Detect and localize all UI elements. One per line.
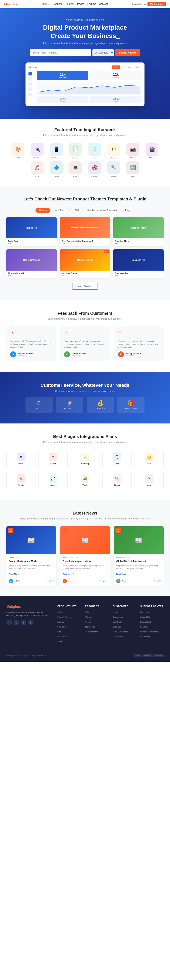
plugin-booking[interactable]: ★ Booking bbox=[71, 450, 100, 468]
feat-item-wordpress[interactable]: 🔌 WordPress bbox=[29, 143, 46, 159]
feat-icon-html: 💻 bbox=[69, 161, 82, 174]
footer-cust-forum[interactable]: Forum Help bbox=[113, 636, 123, 638]
news-section: Latest News simply dummy text of the pri… bbox=[0, 500, 170, 596]
feat-item-icons[interactable]: ✨ Icons bbox=[86, 143, 103, 159]
news-read-more-1[interactable]: Read More + bbox=[9, 573, 20, 575]
plugin-track[interactable]: 🚚 Track bbox=[71, 471, 100, 489]
footer-res-testimonials[interactable]: Testimonials bbox=[85, 626, 96, 628]
feat-item-logos[interactable]: 🏷 Logos bbox=[105, 143, 122, 159]
feat-item-audio[interactable]: 🎵 Audio bbox=[29, 161, 46, 177]
plugin-slack[interactable]: # Slack bbox=[6, 450, 36, 468]
nav-forums[interactable]: Forums bbox=[87, 3, 96, 6]
footer-sup-system[interactable]: System Performance bbox=[140, 631, 158, 633]
footer-cust-api[interactable]: API & Developers bbox=[113, 631, 128, 633]
payment-master: MASTER bbox=[153, 654, 164, 657]
feat-item-vectors[interactable]: 🔷 Vectors bbox=[48, 161, 65, 177]
footer-link-pricing[interactable]: Pricing bbox=[57, 611, 63, 613]
theme-card-6[interactable]: Business Pro Business Pro$55 bbox=[113, 249, 164, 278]
footer-res-affiliates[interactable]: Affiliates bbox=[85, 616, 92, 618]
footer-cust-pricing[interactable]: Pricing bbox=[113, 611, 118, 613]
dash-tab-stats[interactable]: Stats bbox=[134, 65, 142, 69]
account-button[interactable]: My Account bbox=[148, 2, 166, 6]
filter-all[interactable]: All Items bbox=[36, 208, 50, 213]
footer-link-license[interactable]: License bbox=[57, 621, 64, 623]
footer-sup-forum[interactable]: Forum Help bbox=[140, 636, 150, 638]
nav-home[interactable]: Home bbox=[42, 3, 49, 6]
news-subtitle: simply dummy text of the printing and ty… bbox=[6, 517, 164, 520]
footer-res-blog[interactable]: Blog bbox=[85, 611, 89, 613]
theme-card-2[interactable]: Best DocumentationFramework Best Documen… bbox=[60, 217, 110, 246]
plugin-admin[interactable]: A Admin bbox=[6, 471, 36, 489]
plugin-xapp[interactable]: ✕ xapp bbox=[134, 471, 164, 489]
cta-item-3: 💰 Best Price bbox=[87, 397, 114, 413]
news-author-avatar-3: A bbox=[116, 579, 121, 583]
cta-grid: 🛡 Security ⚡ Fast Support 💰 Best Price 🎁… bbox=[25, 397, 145, 413]
footer-logo: Makplus. bbox=[6, 605, 53, 609]
footer-res-docs[interactable]: Documentation bbox=[85, 631, 98, 633]
feat-item-3d[interactable]: 🎯 3D Assets bbox=[86, 161, 103, 177]
theme-card-1[interactable]: Build Free Build Free$29 bbox=[6, 217, 57, 246]
navbar-actions: Sign in / Sign up My Account bbox=[132, 2, 166, 6]
dash-tab-sales[interactable]: Sales bbox=[112, 65, 120, 69]
footer-link-forums[interactable]: Forums bbox=[57, 641, 64, 643]
feat-item-videos[interactable]: 🎬 Videos bbox=[144, 143, 160, 159]
news-stat-likes-3: ♥ 2 bbox=[153, 580, 155, 582]
feedback-subtitle: Customer review is a review of a product… bbox=[6, 318, 164, 320]
plugin-chaty[interactable]: 💬 Chaty bbox=[38, 471, 68, 489]
news-read-more-3[interactable]: Read More + bbox=[116, 573, 128, 575]
feat-item-html[interactable]: 💻 HTML bbox=[67, 161, 84, 177]
plugin-dokan[interactable]: 📍 Dokan bbox=[38, 450, 68, 468]
nav-element[interactable]: Element bbox=[65, 3, 74, 6]
filter-wordpress[interactable]: WordPress bbox=[52, 208, 69, 213]
dash-tab-revenue[interactable]: Revenue bbox=[121, 65, 132, 69]
feedback-text-3: "It promotes side of advertising testimo… bbox=[118, 340, 160, 349]
nav-pages[interactable]: Pages bbox=[77, 3, 84, 6]
footer-sup-faq[interactable]: License FAQ bbox=[140, 621, 151, 623]
sidebar-icon-5 bbox=[28, 92, 32, 96]
signin-link[interactable]: Sign in / Sign up bbox=[132, 3, 146, 5]
footer-res-register[interactable]: Register bbox=[85, 621, 92, 623]
payment-visa: VISA bbox=[134, 654, 142, 657]
dashboard-tabs: Sales Revenue Stats bbox=[112, 65, 142, 69]
search-input[interactable] bbox=[30, 49, 91, 56]
more-products-button[interactable]: More Product bbox=[72, 283, 98, 290]
dokan-icon: 📍 bbox=[49, 453, 57, 461]
nav-contact[interactable]: Contact bbox=[99, 3, 108, 6]
feat-item-mobile[interactable]: 📱 Mobile App bbox=[48, 143, 65, 159]
sidebar-icon-1 bbox=[28, 72, 32, 75]
plugin-finder[interactable]: 🔍 Finder bbox=[102, 471, 132, 489]
category-select[interactable]: All Category bbox=[93, 49, 114, 56]
plugin-coin[interactable]: 🪙 Coin bbox=[134, 450, 164, 468]
filter-pages[interactable]: Pages bbox=[122, 208, 134, 213]
feat-item-fonts[interactable]: 🔤 Fonts bbox=[124, 161, 141, 177]
footer-sup-contact[interactable]: Contact Us bbox=[140, 616, 150, 618]
filter-html[interactable]: HTML bbox=[70, 208, 82, 213]
footer-cust-profile[interactable]: User Profile bbox=[113, 621, 123, 623]
theme-card-5[interactable]: Makplus Theme HOT Makplus Theme$25 bbox=[60, 249, 110, 278]
footer-cust-gift[interactable]: Gift Cards bbox=[113, 626, 121, 628]
feat-item-photos[interactable]: 📷 Photos bbox=[124, 143, 141, 159]
feat-item-plugins[interactable]: 🔧 Plugins bbox=[105, 161, 122, 177]
social-youtube[interactable]: ▶ bbox=[28, 620, 33, 625]
footer-sup-forums[interactable]: Forums bbox=[140, 626, 147, 628]
social-linkedin[interactable]: in bbox=[21, 620, 26, 625]
theme-card-4[interactable]: Modern Portfolio Modern Portfolio$35 bbox=[6, 249, 57, 278]
plugins-subtitle: Makpl or marketplace is a location where… bbox=[6, 441, 164, 443]
theme-card-3[interactable]: Creative Theme Creative Theme$19 bbox=[113, 217, 164, 246]
filter-doc[interactable]: Best DocumentationFramework bbox=[84, 208, 120, 213]
nav-products[interactable]: Products bbox=[52, 3, 62, 6]
plugin-desk[interactable]: 💬 Desk bbox=[102, 450, 132, 468]
search-button[interactable]: SEARCH NOW bbox=[115, 49, 140, 56]
quote-icon-1: " bbox=[10, 330, 52, 338]
news-read-more-2[interactable]: Read More + bbox=[63, 573, 74, 575]
footer-link-free[interactable]: Free Items bbox=[57, 626, 66, 628]
footer-link-formats[interactable]: Product Formats bbox=[57, 616, 72, 618]
footer-link-blog[interactable]: Blog bbox=[57, 631, 61, 633]
feat-item-templates[interactable]: 📄 Templates bbox=[67, 143, 84, 159]
footer-cust-buy[interactable]: Buy an item bbox=[113, 616, 123, 618]
feat-item-uikit[interactable]: 🎨 UI Kit bbox=[10, 143, 26, 159]
footer-sup-help[interactable]: Help Center bbox=[140, 611, 150, 613]
social-facebook[interactable]: f bbox=[6, 620, 12, 625]
footer-link-involved[interactable]: Get Involved bbox=[57, 636, 68, 638]
social-twitter[interactable]: t bbox=[14, 620, 19, 625]
